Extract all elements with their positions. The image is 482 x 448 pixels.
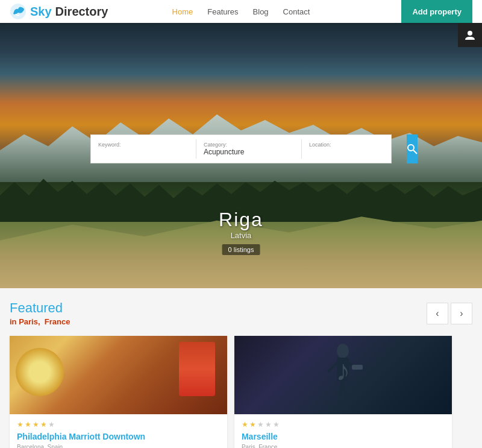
featured-header: Featured in Paris, France ‹ › (10, 300, 472, 326)
nav-blog[interactable]: Blog (253, 7, 269, 16)
featured-card-2: ★ ★ ★ ★ ★ Marseille Paris, France View (234, 336, 452, 448)
svg-point-2 (408, 145, 414, 151)
svg-rect-5 (337, 358, 349, 382)
featured-title-area: Featured in Paris, France (10, 300, 70, 326)
nav-arrows: ‹ › (427, 303, 472, 324)
cards-row: ★ ★ ★ ★ ★ Philadelphia Marriott Downtown… (10, 336, 472, 448)
logo-dir-text: Directory (55, 5, 108, 19)
card-2-photo (234, 336, 452, 414)
svg-point-4 (337, 344, 349, 358)
city-name: Riga (219, 209, 263, 231)
nav-home[interactable]: Home (172, 7, 193, 16)
card-1-stars: ★ ★ ★ ★ ★ (17, 420, 220, 429)
keyword-label: Keyword: (98, 142, 189, 148)
svg-line-6 (340, 382, 343, 396)
featured-title: Featured (10, 300, 70, 316)
keyword-input[interactable] (98, 148, 189, 156)
star-2: ★ (249, 420, 256, 429)
svg-point-1 (468, 31, 472, 36)
header: SkyDirectory Home Features Blog Contact … (0, 0, 482, 23)
category-input[interactable] (204, 148, 294, 156)
search-bar-container: Keyword: Category: Location: (90, 134, 392, 163)
logo-icon (10, 3, 27, 20)
card-1-image (10, 336, 227, 414)
city-label: Riga Latvia (219, 209, 263, 240)
featured-section: Featured in Paris, France ‹ › ★ ★ ★ ★ (0, 288, 482, 448)
star-5: ★ (48, 420, 55, 429)
star-3: ★ (257, 420, 264, 429)
category-label: Category: (204, 142, 294, 148)
musician-silhouette (319, 342, 367, 408)
search-bar: Keyword: Category: Location: (90, 134, 392, 163)
card-2-stars: ★ ★ ★ ★ ★ (242, 420, 445, 429)
next-arrow-button[interactable]: › (451, 303, 472, 324)
keyword-field: Keyword: (91, 139, 196, 159)
user-icon (464, 29, 476, 41)
card-2-location: Paris, France (242, 444, 445, 448)
star-1: ★ (242, 420, 248, 429)
star-4: ★ (265, 420, 272, 429)
featured-subtitle-location: France (45, 317, 70, 326)
logo: SkyDirectory (10, 3, 108, 20)
card-2-image (234, 336, 452, 414)
card-1-location: Barcelona, Spain (17, 444, 220, 448)
location-label: Location: (309, 142, 399, 148)
featured-subtitle: in Paris, France (10, 317, 70, 326)
add-property-button[interactable]: Add property (401, 0, 472, 23)
card-1-title: Philadelphia Marriott Downtown (17, 431, 220, 442)
search-button[interactable] (407, 134, 418, 163)
main-nav: Home Features Blog Contact (172, 7, 310, 16)
nav-contact[interactable]: Contact (283, 7, 310, 16)
listings-badge: 0 listings (222, 244, 260, 255)
search-icon (407, 144, 418, 154)
svg-line-7 (343, 382, 346, 396)
location-field: Location: (302, 139, 407, 159)
featured-card-1: ★ ★ ★ ★ ★ Philadelphia Marriott Downtown… (10, 336, 227, 448)
featured-subtitle-pre: in Paris, (10, 317, 40, 326)
card-2-content: ★ ★ ★ ★ ★ Marseille Paris, France View (234, 414, 452, 448)
svg-rect-10 (352, 365, 363, 370)
star-2: ★ (25, 420, 31, 429)
svg-line-8 (328, 363, 337, 372)
hero-section: Keyword: Category: Location: Riga Latvia (0, 23, 482, 288)
location-input[interactable] (309, 148, 399, 156)
category-field: Category: (196, 139, 302, 159)
star-4: ★ (40, 420, 47, 429)
city-country: Latvia (219, 231, 263, 240)
user-icon-box[interactable] (458, 23, 482, 47)
svg-line-3 (413, 150, 417, 154)
star-1: ★ (17, 420, 23, 429)
star-5: ★ (273, 420, 280, 429)
logo-sky-text: Sky (30, 5, 52, 19)
card-2-title: Marseille (242, 431, 445, 442)
nav-features[interactable]: Features (207, 7, 238, 16)
prev-arrow-button[interactable]: ‹ (427, 303, 448, 324)
card-1-content: ★ ★ ★ ★ ★ Philadelphia Marriott Downtown… (10, 414, 227, 448)
star-3: ★ (33, 420, 39, 429)
card-1-photo (10, 336, 227, 414)
